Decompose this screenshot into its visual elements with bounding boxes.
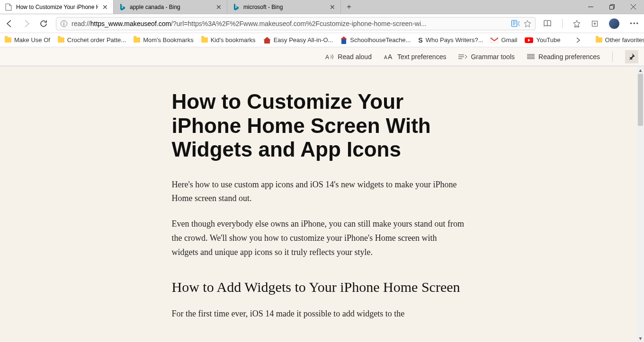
bookmark-item[interactable]: Make Use Of [5,36,50,44]
settings-menu-icon[interactable]: ••• [630,20,639,27]
svg-rect-6 [341,39,346,44]
pin-toolbar-button[interactable] [625,50,638,63]
folder-icon [596,37,602,43]
close-icon[interactable]: ✕ [215,4,222,10]
other-favorites[interactable]: Other favorites [596,36,644,44]
close-icon[interactable]: ✕ [329,4,336,10]
svg-text:A: A [325,54,329,61]
tab-title: microsoft - Bing [243,4,325,10]
svg-point-2 [63,22,64,23]
folder-icon [201,37,208,43]
scroll-thumb[interactable] [638,74,643,126]
tab-title: How to Customize Your iPhone H [16,4,98,10]
svg-text:A: A [384,55,387,60]
window-controls [580,0,644,14]
reading-preferences-label: Reading preferences [538,53,600,61]
new-tab-button[interactable]: ＋ [341,0,357,14]
immersive-reader-icon[interactable] [511,20,520,27]
bookmark-item[interactable]: S Who Pays Writers?... [418,36,483,44]
bookmark-item[interactable]: Gmail [491,36,517,44]
site-info-icon[interactable] [60,20,68,27]
schoolhouse-icon [340,36,347,44]
profile-avatar[interactable] [609,18,619,29]
url-text: read://https_www.makeuseof.com/?url=http… [72,20,508,27]
bookmark-item[interactable]: Crochet order Patte... [58,36,126,44]
favorites-icon[interactable] [573,20,581,27]
reader-toolbar: A Read aloud AA Text preferences Grammar… [0,47,644,66]
scroll-down-icon[interactable]: ▼ [637,334,644,342]
bookmark-label: Crochet order Patte... [67,36,126,44]
bookmarks-bar: Make Use Of Crochet order Patte... Mom's… [0,33,644,47]
youtube-icon [525,37,533,43]
bookmark-item[interactable]: Kid's bookmarks [201,36,256,44]
bing-icon [118,3,126,11]
bookmark-label: Who Pays Writers?... [426,36,483,44]
tab-1[interactable]: apple canada - Bing ✕ [114,0,227,14]
house-icon [263,37,271,44]
forward-button[interactable] [22,19,31,28]
bookmark-label: Gmail [501,36,517,44]
tab-0[interactable]: How to Customize Your iPhone H ✕ [0,0,114,14]
bookmarks-overflow-icon[interactable] [576,37,581,44]
article-heading: How to Add Widgets to Your iPhone Home S… [172,276,465,298]
toolbar-right: ••• [543,18,639,29]
minimize-button[interactable] [580,0,601,14]
article-paragraph: Even though everybody else owns an iPhon… [172,217,465,259]
read-aloud-label: Read aloud [338,53,372,61]
bookmark-item[interactable]: YouTube [525,36,560,44]
maximize-button[interactable] [601,0,623,14]
article-paragraph: For the first time ever, iOS 14 made it … [172,307,465,321]
bookmark-label: Other favorites [605,36,644,44]
text-preferences-label: Text preferences [397,53,447,61]
back-button[interactable] [5,19,14,28]
grammar-tools-button[interactable]: Grammar tools [458,53,515,61]
omnibox[interactable]: read://https_www.makeuseof.com/?url=http… [56,17,536,30]
folder-icon [134,37,140,43]
refresh-button[interactable] [39,19,48,28]
bookmark-label: YouTube [536,36,560,44]
page-icon [5,3,12,11]
scroll-up-icon[interactable]: ▲ [637,66,644,74]
svg-rect-3 [63,23,64,26]
tab-title: apple canada - Bing [130,4,212,10]
toolbar-separator [612,52,613,62]
text-preferences-button[interactable]: AA Text preferences [384,53,447,61]
article-title: How to Customize Your iPhone Home Screen… [172,90,465,162]
collections-icon[interactable] [591,20,599,27]
tab-2[interactable]: microsoft - Bing ✕ [227,0,341,14]
article-paragraph: Here's how to use custom app icons and i… [172,178,465,206]
toolbar-separator [562,19,563,28]
folder-icon [5,37,11,43]
folder-icon [58,37,64,43]
bookmark-label: Kid's bookmarks [211,36,256,44]
bookmark-label: Mom's Bookmarks [143,36,194,44]
address-bar-row: read://https_www.makeuseof.com/?url=http… [0,14,644,33]
favorite-star-icon[interactable] [524,20,531,27]
bookmark-item[interactable]: Easy Peasy All-in-O... [263,36,333,44]
bookmark-label: Easy Peasy All-in-O... [274,36,333,44]
svg-text:A: A [388,53,393,60]
article: How to Customize Your iPhone Home Screen… [172,66,465,342]
letter-s-icon: S [418,36,422,44]
reading-list-icon[interactable] [543,20,552,27]
read-aloud-button[interactable]: A Read aloud [325,53,372,61]
reading-preferences-button[interactable]: Reading preferences [527,53,600,61]
svg-rect-0 [610,6,614,9]
reader-viewport[interactable]: How to Customize Your iPhone Home Screen… [0,66,637,342]
close-icon[interactable]: ✕ [102,4,108,10]
gmail-icon [491,37,498,43]
grammar-tools-label: Grammar tools [471,53,515,61]
bookmark-item[interactable]: Mom's Bookmarks [134,36,194,44]
tab-strip: How to Customize Your iPhone H ✕ apple c… [0,0,644,14]
scrollbar[interactable]: ▲ ▼ [637,66,644,342]
bookmark-item[interactable]: SchoolhouseTeache... [340,36,411,44]
bookmark-label: Make Use Of [14,36,50,44]
close-window-button[interactable] [623,0,644,14]
bing-icon [232,3,240,11]
bookmark-label: SchoolhouseTeache... [350,36,411,44]
